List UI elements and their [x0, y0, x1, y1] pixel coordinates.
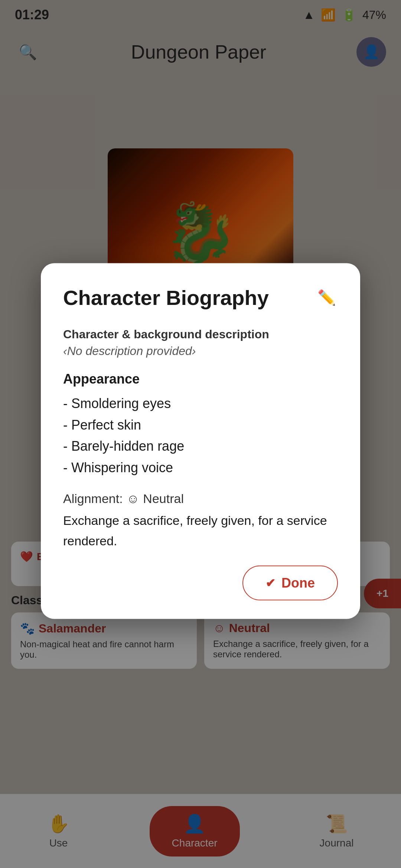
done-label: Done: [281, 575, 315, 591]
modal-description-section: Character & background description ‹No d…: [63, 328, 338, 358]
alignment-line: Alignment: ☺ Neutral: [63, 491, 338, 506]
alignment-smiley-icon: ☺: [127, 491, 140, 506]
alignment-name: Neutral: [143, 491, 184, 506]
modal-title: Character Biography: [63, 286, 269, 310]
alignment-label: Alignment:: [63, 491, 123, 506]
character-biography-modal: Character Biography ✏️ Character & backg…: [41, 263, 360, 619]
description-label: Character & background description: [63, 328, 338, 341]
edit-icon: ✏️: [317, 289, 336, 306]
modal-footer: ✔ Done: [63, 566, 338, 601]
description-value: ‹No description provided›: [63, 344, 338, 358]
appearance-item-4: - Whispering voice: [63, 457, 338, 478]
modal-alignment-section: Alignment: ☺ Neutral Exchange a sacrific…: [63, 491, 338, 551]
modal-edit-button[interactable]: ✏️: [316, 286, 338, 309]
checkmark-icon: ✔: [265, 576, 276, 590]
alignment-description: Exchange a sacrifice, freely given, for …: [63, 510, 338, 551]
appearance-item-1: - Smoldering eyes: [63, 393, 338, 414]
modal-header: Character Biography ✏️: [63, 286, 338, 310]
appearance-heading: Appearance: [63, 371, 338, 387]
appearance-item-3: - Barely-hidden rage: [63, 435, 338, 457]
done-button[interactable]: ✔ Done: [242, 566, 338, 601]
appearance-item-2: - Perfect skin: [63, 414, 338, 435]
modal-appearance-section: Appearance - Smoldering eyes - Perfect s…: [63, 371, 338, 478]
